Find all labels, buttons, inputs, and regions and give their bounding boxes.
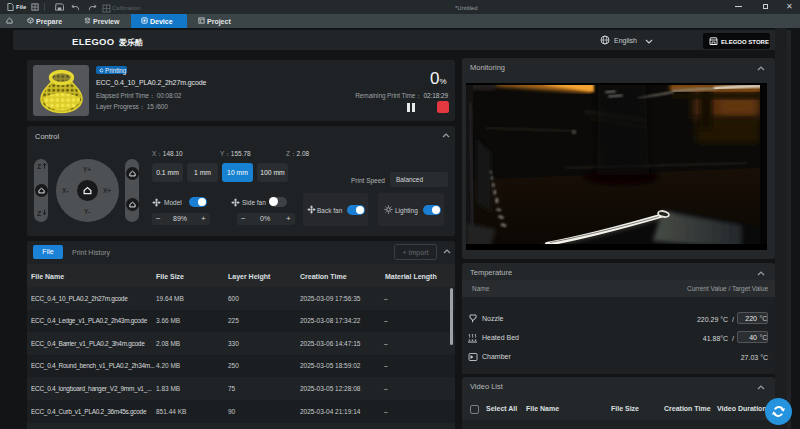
svg-text:Z: Z <box>37 210 42 217</box>
svg-text:Z: Z <box>37 163 42 170</box>
